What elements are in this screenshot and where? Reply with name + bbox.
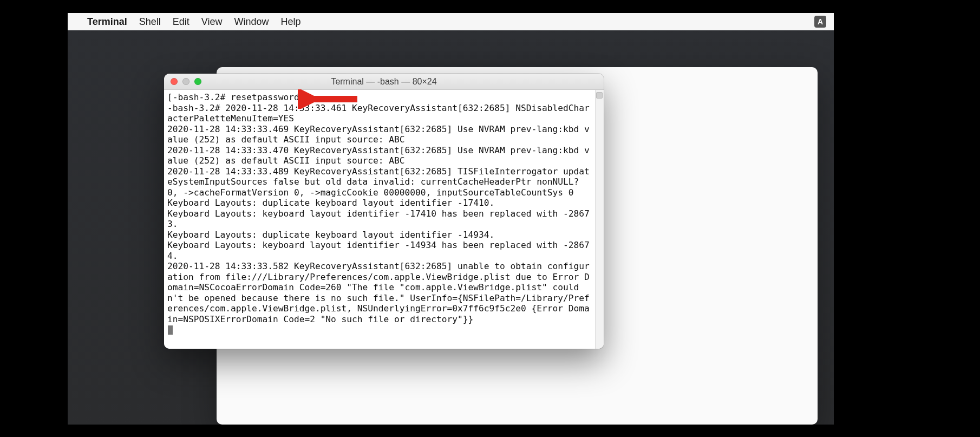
- terminal-output[interactable]: [-bash-3.2# resetpassword -bash-3.2# 202…: [164, 90, 604, 337]
- menu-view[interactable]: View: [201, 16, 223, 28]
- desktop: Terminal Shell Edit View Window Help A d…: [68, 13, 834, 425]
- terminal-window[interactable]: Terminal — -bash — 80×24 [-bash-3.2# res…: [164, 74, 604, 349]
- app-name[interactable]: Terminal: [87, 16, 127, 28]
- window-titlebar[interactable]: Terminal — -bash — 80×24: [164, 74, 604, 90]
- menu-shell[interactable]: Shell: [139, 16, 161, 28]
- menu-help[interactable]: Help: [280, 16, 300, 28]
- scroll-thumb[interactable]: [596, 92, 603, 99]
- menu-edit[interactable]: Edit: [173, 16, 190, 28]
- input-source-indicator[interactable]: A: [814, 16, 826, 28]
- menu-bar: Terminal Shell Edit View Window Help A: [68, 13, 834, 30]
- window-title: Terminal — -bash — 80×24: [164, 77, 604, 87]
- scrollbar[interactable]: [595, 90, 604, 349]
- terminal-cursor: [168, 325, 173, 335]
- terminal-body[interactable]: [-bash-3.2# resetpassword -bash-3.2# 202…: [164, 90, 604, 349]
- menu-window[interactable]: Window: [234, 16, 269, 28]
